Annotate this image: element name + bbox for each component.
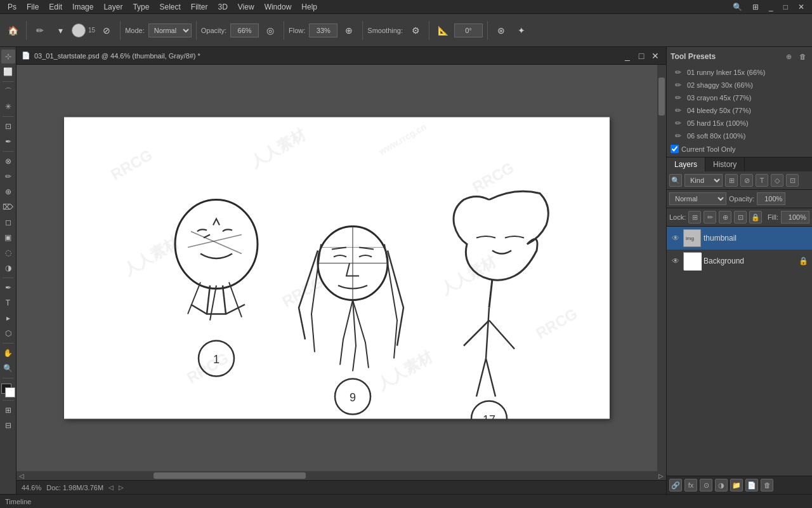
move-tool[interactable]: ⊹ — [1, 50, 15, 64]
current-tool-checkbox[interactable] — [671, 145, 679, 153]
layer-new-icon[interactable]: 📄 — [745, 479, 758, 491]
pen-tool[interactable]: ✒ — [1, 281, 15, 295]
tool-presets-delete-icon[interactable]: 🗑 — [797, 51, 808, 62]
dodge-tool[interactable]: ◑ — [1, 261, 15, 275]
quick-mask-tool[interactable]: ⊞ — [1, 403, 15, 417]
hand-tool[interactable]: ✋ — [1, 346, 15, 360]
menu-select[interactable]: Select — [154, 1, 185, 13]
select-rect-tool[interactable]: ⬜ — [1, 65, 15, 79]
history-brush-tool[interactable]: ⌦ — [1, 200, 15, 214]
layer-adj-icon[interactable]: ◑ — [715, 479, 728, 491]
menu-3d[interactable]: 3D — [213, 1, 232, 13]
type-tool[interactable]: T — [1, 296, 15, 310]
lock-pixels-icon[interactable]: ⊞ — [688, 211, 701, 224]
scrollbar-thumb-horizontal[interactable] — [154, 472, 306, 479]
blur-tool[interactable]: ◌ — [1, 246, 15, 260]
background-color[interactable] — [5, 387, 15, 398]
preset-item-6[interactable]: ✏ 06 soft 80x (100%) — [671, 130, 808, 142]
layer-filter-vector-icon[interactable]: ◇ — [771, 174, 783, 187]
angle-icon[interactable]: 📐 — [434, 22, 452, 39]
airbrush-icon[interactable]: ◎ — [261, 22, 279, 39]
menu-layer[interactable]: Layer — [98, 1, 128, 13]
drawing-canvas[interactable]: RRCG 人人素材 www.rrcg.cn RRCG 人人素材 RRCG 人人素… — [64, 117, 610, 419]
layer-filter-type-icon[interactable]: T — [756, 174, 768, 187]
brush-dropdown[interactable]: ▾ — [51, 22, 69, 39]
layer-delete-icon[interactable]: 🗑 — [761, 479, 773, 491]
eraser-tool[interactable]: ◻ — [1, 215, 15, 229]
layer-filter-smart-icon[interactable]: ⊡ — [786, 174, 799, 187]
menu-edit[interactable]: Edit — [44, 1, 67, 13]
window-restore-icon[interactable]: □ — [636, 50, 647, 62]
lock-brush-icon[interactable]: ✏ — [704, 211, 716, 224]
preset-item-5[interactable]: ✏ 05 hard 15x (100%) — [671, 117, 808, 130]
layer-filter-search-icon[interactable]: 🔍 — [669, 174, 682, 187]
tab-history[interactable]: History — [705, 157, 745, 171]
preset-item-1[interactable]: ✏ 01 runny Inker 15x (66%) — [671, 66, 808, 79]
layer-mask-icon[interactable]: ⊙ — [700, 479, 712, 491]
mode-select[interactable]: Normal Multiply Screen — [148, 23, 192, 37]
tab-layers[interactable]: Layers — [667, 157, 705, 171]
flow-input[interactable] — [309, 23, 337, 37]
preset-item-4[interactable]: ✏ 04 bleedy 50x (77%) — [671, 104, 808, 117]
brush-tool[interactable]: ✏ — [1, 170, 15, 184]
color-boxes[interactable] — [1, 384, 15, 398]
visibility-icon-background[interactable]: 👁 — [671, 256, 681, 266]
menu-image[interactable]: Image — [67, 1, 98, 13]
home-icon[interactable]: 🏠 — [4, 22, 22, 39]
menu-close[interactable]: ✕ — [793, 1, 809, 13]
lasso-tool[interactable]: ⌒ — [1, 84, 15, 98]
layer-filter-pixel-icon[interactable]: ⊞ — [725, 174, 738, 187]
layer-item-background[interactable]: 👁 Background 🔒 — [667, 250, 812, 272]
stylus-icon[interactable]: ✦ — [513, 22, 530, 39]
menu-view[interactable]: View — [233, 1, 259, 13]
prev-arrow[interactable]: ◁ — [108, 484, 114, 491]
layer-folder-icon[interactable]: 📁 — [730, 479, 743, 491]
menu-ps[interactable]: Ps — [3, 1, 22, 13]
layer-fx-icon[interactable]: fx — [684, 479, 697, 491]
lock-all-icon[interactable]: 🔒 — [749, 211, 762, 224]
menu-workspace[interactable]: ⊞ — [747, 1, 764, 13]
preset-item-2[interactable]: ✏ 02 shaggy 30x (66%) — [671, 79, 808, 91]
path-select-tool[interactable]: ▸ — [1, 311, 15, 325]
layer-filter-adj-icon[interactable]: ⊘ — [740, 174, 753, 187]
menu-type[interactable]: Type — [128, 1, 154, 13]
angle-input[interactable] — [454, 23, 483, 37]
preset-item-3[interactable]: ✏ 03 crayon 45x (77%) — [671, 91, 808, 104]
menu-search-icon[interactable]: 🔍 — [728, 1, 747, 13]
next-arrow[interactable]: ▷ — [119, 484, 124, 491]
layers-opacity-input[interactable] — [757, 192, 785, 205]
vertical-scrollbar[interactable] — [657, 65, 666, 471]
menu-minimize[interactable]: _ — [764, 1, 778, 13]
horizontal-scrollbar[interactable]: ◁ ▷ — [16, 471, 666, 480]
scroll-left-arrow[interactable]: ◁ — [16, 472, 27, 479]
spot-heal-tool[interactable]: ⊗ — [1, 154, 15, 168]
zoom-tool[interactable]: 🔍 — [1, 361, 15, 375]
fill-input[interactable] — [781, 211, 809, 224]
smoothing-settings[interactable]: ⚙ — [407, 22, 424, 39]
lock-move-icon[interactable]: ⊕ — [719, 211, 731, 224]
magic-wand-tool[interactable]: ✳ — [1, 100, 15, 114]
brush-settings-icon[interactable]: ⊘ — [98, 22, 115, 39]
canvas-content[interactable]: RRCG 人人素材 www.rrcg.cn RRCG 人人素材 RRCG 人人素… — [16, 65, 657, 471]
shape-tool[interactable]: ⬡ — [1, 326, 15, 340]
window-minimize-icon[interactable]: _ — [622, 50, 633, 62]
flow-icon[interactable]: ⊕ — [340, 22, 358, 39]
menu-help[interactable]: Help — [296, 1, 322, 13]
clone-stamp-tool[interactable]: ⊕ — [1, 185, 15, 199]
tool-presets-new-icon[interactable]: ⊕ — [783, 51, 794, 62]
gradient-tool[interactable]: ▣ — [1, 231, 15, 244]
lock-artboard-icon[interactable]: ⊡ — [734, 211, 747, 224]
screen-mode-tool[interactable]: ⊟ — [1, 418, 15, 432]
layer-item-thumbnail[interactable]: 👁 img thumbnail — [667, 227, 812, 250]
layer-kind-select[interactable]: Kind Name Effect — [684, 174, 723, 187]
menu-file[interactable]: File — [22, 1, 44, 13]
layer-link-icon[interactable]: 🔗 — [669, 479, 682, 491]
crop-tool[interactable]: ⊡ — [1, 119, 15, 133]
brush-tool-icon[interactable]: ✏ — [31, 22, 49, 39]
brush-preview[interactable] — [72, 23, 86, 37]
scroll-right-arrow[interactable]: ▷ — [656, 472, 666, 479]
eyedropper-tool[interactable]: ✒ — [1, 135, 15, 149]
menu-filter[interactable]: Filter — [186, 1, 213, 13]
pressure-icon[interactable]: ⊛ — [492, 22, 510, 39]
window-close-icon[interactable]: ✕ — [650, 50, 661, 62]
